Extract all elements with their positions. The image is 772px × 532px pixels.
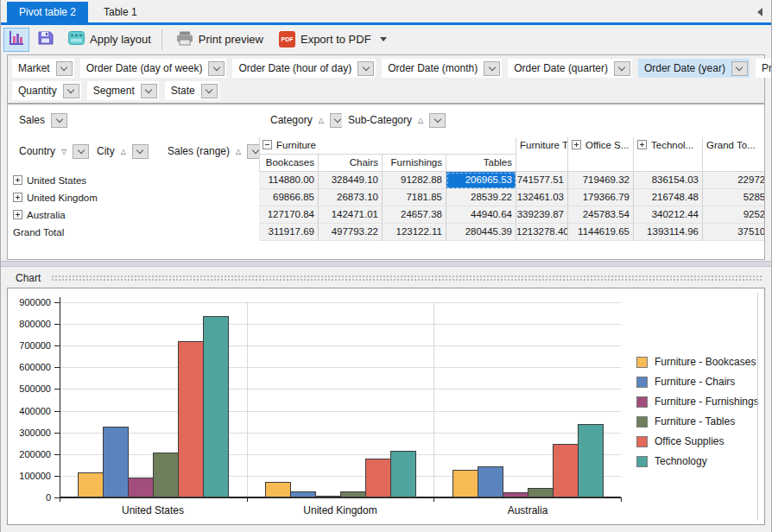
pivot-cell[interactable]: 7181.85 [383, 189, 446, 206]
filter-field-dropdown-button[interactable] [731, 61, 748, 76]
pivot-cell[interactable]: 245783.54 [568, 206, 634, 224]
pivot-cell[interactable]: 28539.22 [446, 189, 516, 206]
pivot-cell[interactable]: 44940.64 [446, 206, 516, 224]
pivot-cell[interactable]: 69866.85 [259, 189, 319, 206]
pivot-cell[interactable]: 528576 [703, 189, 765, 206]
filter-field-dropdown-button[interactable] [358, 61, 374, 76]
filter-field-label: Order Date (month) [388, 62, 478, 74]
pivot-cell[interactable]: 925235 [703, 206, 765, 224]
y-axis-tick-label: 100000 [6, 472, 51, 481]
filter-field-dropdown-button[interactable] [614, 61, 630, 76]
pivot-cell[interactable]: 311917.69 [259, 224, 319, 241]
x-axis-category-label: United Kingdom [263, 504, 418, 516]
data-field-sales[interactable]: Sales [13, 111, 69, 130]
row-field-sales-range[interactable]: Sales (range)△ [161, 142, 265, 161]
row-field-dropdown-button[interactable] [132, 144, 149, 159]
pivot-cell[interactable]: 2297200 [703, 172, 765, 189]
expand-icon[interactable] [13, 193, 22, 202]
pivot-cell[interactable]: 24657.38 [383, 206, 446, 224]
pivot-cell[interactable]: 836154.03 [634, 172, 703, 189]
pivot-cell[interactable]: 340212.44 [634, 206, 703, 224]
filter-field-quantity[interactable]: Quantity [12, 81, 81, 100]
pivot-cell[interactable]: 216748.48 [634, 189, 703, 206]
filter-field-dropdown-button[interactable] [208, 61, 225, 76]
filter-field-order-date-month[interactable]: Order Date (month) [382, 59, 502, 78]
export-pdf-button[interactable]: PDF Export to PDF [273, 28, 393, 52]
filter-field-profit[interactable]: Profit [756, 59, 772, 78]
collapse-icon[interactable] [263, 140, 272, 149]
pivot-cell[interactable]: 123122.11 [383, 224, 446, 241]
pivot-row-header-grand-total[interactable]: Grand Total [8, 224, 259, 241]
pivot-cell[interactable]: 497793.22 [319, 224, 383, 241]
column-header-bookcases[interactable]: Bookcases [259, 155, 319, 172]
pivot-cell[interactable]: 1213278.40 [516, 224, 568, 241]
pivot-cell[interactable]: 179366.79 [568, 189, 634, 206]
horizontal-splitter[interactable] [0, 261, 772, 267]
toggle-chart-button[interactable] [3, 28, 29, 52]
pivot-cell[interactable]: 91282.88 [383, 172, 446, 189]
legend-swatch [636, 416, 648, 428]
expand-icon[interactable] [637, 140, 647, 149]
column-header-chairs[interactable]: Chairs [319, 155, 383, 172]
save-layout-button[interactable] [33, 28, 59, 52]
row-field-city[interactable]: City△ [91, 142, 150, 161]
expand-icon[interactable] [572, 140, 581, 149]
pivot-cell[interactable]: 1144619.65 [568, 224, 634, 241]
pivot-cell[interactable]: 142471.01 [319, 206, 383, 224]
pivot-cell[interactable]: 127170.84 [259, 206, 319, 224]
filter-field-order-date-year[interactable]: Order Date (year) [638, 59, 750, 78]
pivot-cell[interactable]: 26873.10 [319, 189, 383, 206]
filter-field-dropdown-button[interactable] [141, 84, 157, 98]
column-header-tables[interactable]: Tables [446, 155, 516, 172]
pivot-cell[interactable]: 719469.32 [568, 172, 634, 189]
expand-icon[interactable] [13, 210, 22, 219]
filter-field-label: Order Date (year) [644, 62, 725, 74]
y-axis-line [60, 297, 60, 497]
pivot-row-header-united-states[interactable]: United States [8, 172, 259, 189]
tab-pivot-table-2[interactable]: Pivot table 2 [7, 2, 88, 22]
column-header-office-s[interactable]: Office S... [568, 137, 634, 172]
column-header-technol[interactable]: Technol... [634, 137, 703, 172]
row-field-dropdown-button[interactable] [73, 144, 89, 159]
pivot-cell[interactable]: 339239.87 [516, 206, 568, 224]
column-field-category[interactable]: Category△ [264, 111, 348, 130]
expand-icon[interactable] [13, 175, 22, 185]
column-field-dropdown-button[interactable] [429, 113, 446, 128]
pivot-cell[interactable]: 114880.00 [259, 172, 319, 189]
column-header-grand-to[interactable]: Grand To... [703, 137, 765, 172]
pivot-cell[interactable]: 1393114.96 [634, 224, 703, 241]
y-axis-tick-label: 800000 [6, 320, 51, 329]
row-field-country[interactable]: Country▽ [13, 142, 91, 161]
pivot-cell[interactable]: 280445.39 [446, 224, 516, 241]
apply-layout-button[interactable]: Apply layout [62, 28, 157, 52]
column-group-furniture[interactable]: Furniture [259, 137, 516, 155]
pivot-cell[interactable]: 741577.51 [516, 172, 568, 189]
tab-table-1[interactable]: Table 1 [92, 2, 149, 22]
filter-field-dropdown-button[interactable] [56, 61, 73, 76]
filter-field-dropdown-button[interactable] [484, 61, 500, 76]
filter-field-order-date-hour-of-day[interactable]: Order Date (hour of day) [232, 59, 376, 78]
pivot-cell[interactable]: 328449.10 [319, 172, 383, 189]
export-pdf-dropdown-icon[interactable] [380, 37, 387, 41]
gridline [60, 389, 621, 390]
pivot-cell[interactable]: 3751013 [703, 224, 765, 241]
filter-field-order-date-quarter[interactable]: Order Date (quarter) [508, 59, 632, 78]
column-header-furniture-t[interactable]: Furniture T... [516, 137, 568, 172]
column-header-furnishings[interactable]: Furnishings [383, 155, 446, 172]
data-field-dropdown-button[interactable] [51, 113, 67, 128]
filter-field-dropdown-button[interactable] [201, 84, 218, 98]
filter-field-segment[interactable]: Segment [87, 81, 159, 100]
tab-scroll-left-icon[interactable] [757, 8, 763, 16]
pivot-row-header-australia[interactable]: Australia [8, 206, 259, 224]
pivot-cell[interactable]: 132461.03 [516, 189, 568, 206]
pivot-row-header-united-kingdom[interactable]: United Kingdom [8, 189, 259, 206]
filter-fields-panel: MarketOrder Date (day of week)Order Date… [7, 54, 765, 104]
y-axis-tick-label: 0 [6, 493, 51, 503]
filter-field-order-date-day-of-week[interactable]: Order Date (day of week) [80, 59, 227, 78]
filter-field-market[interactable]: Market [12, 59, 74, 78]
filter-field-dropdown-button[interactable] [63, 84, 79, 98]
print-preview-button[interactable]: Print preview [170, 28, 269, 52]
column-field-sub-category[interactable]: Sub-Category△ [342, 111, 447, 130]
filter-field-state[interactable]: State [165, 81, 219, 100]
pivot-cell-selected[interactable]: 206965.53 [446, 172, 516, 189]
